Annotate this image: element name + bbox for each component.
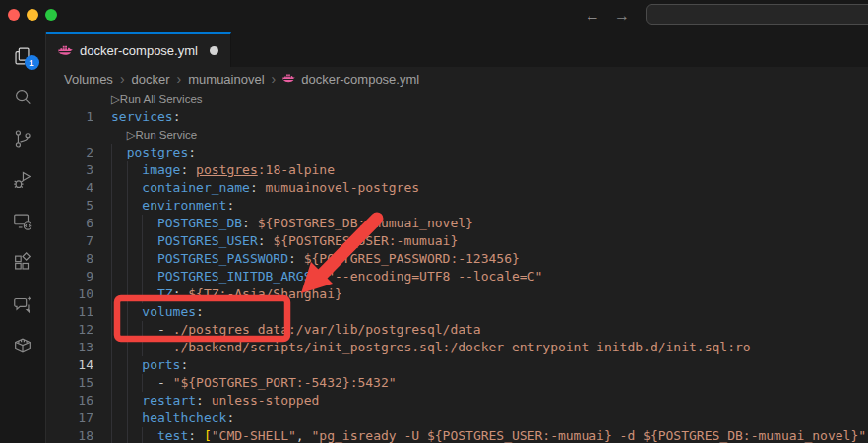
indent-guide xyxy=(111,197,112,215)
code-line-content[interactable]: image: postgres:18-alpine xyxy=(111,161,335,179)
indent-guide xyxy=(142,285,143,303)
breadcrumb-item-file[interactable]: docker-compose.yml xyxy=(282,72,419,87)
indent-guide xyxy=(127,303,128,321)
forward-arrow-icon[interactable]: → xyxy=(614,4,630,28)
indent-guide xyxy=(142,321,143,339)
code-line-content[interactable]: environment: xyxy=(111,197,234,215)
postgres-image-link[interactable]: postgres xyxy=(196,162,258,177)
code-token: ./postgres_data:/var/lib/postgresql/data xyxy=(173,322,481,337)
code-line-content[interactable]: - "${POSTGRES_PORT:-5432}:5432" xyxy=(111,374,397,392)
breadcrumb-separator: › xyxy=(120,71,125,87)
indent-guide xyxy=(127,374,128,392)
code-line-content[interactable]: - ./postgres_data:/var/lib/postgresql/da… xyxy=(111,321,481,339)
code-token: : xyxy=(312,269,328,284)
code-line-content[interactable]: TZ: ${TZ:-Asia/Shanghai} xyxy=(111,285,342,303)
editor-row: 14 ports: xyxy=(46,356,868,374)
code-line-content[interactable]: healthcheck: xyxy=(111,410,234,427)
explorer-badge: 1 xyxy=(25,55,39,70)
code-token: : xyxy=(196,304,204,319)
code-token: : xyxy=(188,428,204,443)
code-line-content[interactable]: ports: xyxy=(111,356,188,374)
indent-guide xyxy=(142,339,143,356)
editor-row: 4 container_name: mumuainovel-postgres xyxy=(46,179,868,197)
code-line-content[interactable]: POSTGRES_USER: ${POSTGRES_USER:-mumuai} xyxy=(111,232,458,250)
code-token: mumuainovel-postgres xyxy=(266,180,420,195)
code-line-content[interactable]: postgres: xyxy=(111,144,196,161)
indent-guide xyxy=(127,356,128,374)
docker-whale-icon xyxy=(58,45,73,57)
sidebar-item-extensions[interactable] xyxy=(0,242,46,284)
tab-docker-compose[interactable]: docker-compose.yml xyxy=(46,32,231,67)
indent-guide xyxy=(127,215,128,232)
indent-guide xyxy=(111,268,112,285)
code-line-content[interactable]: POSTGRES_DB: ${POSTGRES_DB:-mumuai_novel… xyxy=(111,215,473,232)
editor[interactable]: ▷Run All Services1services:▷Run Service2… xyxy=(46,91,868,443)
activity-bar: 1 xyxy=(0,32,46,443)
code-token: restart xyxy=(142,393,196,408)
title-bar: ← → xyxy=(0,0,868,32)
breadcrumb-file-label: docker-compose.yml xyxy=(301,72,419,87)
sidebar-item-chat[interactable] xyxy=(0,284,46,325)
codelens-action[interactable]: ▷Run All Services xyxy=(111,91,203,108)
code-token: environment xyxy=(142,198,226,213)
tab-label: docker-compose.yml xyxy=(80,43,198,58)
indent-guide xyxy=(127,339,128,356)
editor-row: 15 - "${POSTGRES_PORT:-5432}:5432" xyxy=(46,374,868,392)
code-line-content[interactable]: test: ["CMD-SHELL", "pg_isready -U ${POS… xyxy=(111,427,868,443)
indent-guide xyxy=(127,197,128,215)
code-line-content[interactable]: restart: unless-stopped xyxy=(111,392,319,410)
code-line-content[interactable]: - ./backend/scripts/init_postgres.sql:/d… xyxy=(111,339,751,356)
code-token: services xyxy=(111,109,173,124)
sidebar-item-source-control[interactable] xyxy=(0,118,46,159)
indent-guide xyxy=(111,356,112,374)
indent-guide xyxy=(111,232,112,250)
modified-indicator-dot[interactable] xyxy=(210,46,218,55)
indent-guide xyxy=(142,215,143,232)
code-line-content[interactable]: POSTGRES_INITDB_ARGS: "--encoding=UTF8 -… xyxy=(111,268,542,285)
breadcrumb-item-mumuainovel[interactable]: mumuainovel xyxy=(188,72,264,87)
sidebar-item-run-and-debug[interactable] xyxy=(0,159,46,201)
indent-guide xyxy=(111,339,112,356)
sidebar-item-remote-explorer[interactable] xyxy=(0,201,46,242)
line-number: 8 xyxy=(46,250,93,268)
code-token: ${POSTGRES_PASSWORD:-123456} xyxy=(304,251,520,266)
line-number: 6 xyxy=(46,215,93,232)
sidebar-item-search[interactable] xyxy=(0,77,46,118)
search-icon xyxy=(12,87,33,108)
sidebar-item-containers[interactable] xyxy=(0,325,46,366)
indent-guide xyxy=(111,410,112,427)
code-line-content[interactable]: container_name: mumuainovel-postgres xyxy=(111,179,419,197)
code-token: healthcheck xyxy=(142,411,226,425)
code-token: unless-stopped xyxy=(212,393,320,408)
chat-sparkle-icon xyxy=(12,293,33,315)
editor-row: 6 POSTGRES_DB: ${POSTGRES_DB:-mumuai_nov… xyxy=(46,215,868,232)
back-arrow-icon[interactable]: ← xyxy=(585,4,600,28)
breadcrumb-item-volumes[interactable]: Volumes xyxy=(64,72,113,87)
zoom-window-button[interactable] xyxy=(45,9,57,21)
code-token: POSTGRES_INITDB_ARGS xyxy=(157,269,312,284)
code-line-content[interactable]: volumes: xyxy=(111,303,204,321)
source-control-branch-icon xyxy=(12,128,33,150)
minimize-window-button[interactable] xyxy=(27,9,38,21)
editor-group: docker-compose.yml Volumes › docker › mu… xyxy=(46,32,868,443)
code-token: "--encoding=UTF8 --locale=C" xyxy=(327,269,542,284)
code-token: - xyxy=(157,322,173,337)
indent-guide xyxy=(127,232,128,250)
breadcrumb-item-docker[interactable]: docker xyxy=(132,72,170,87)
container-box-icon xyxy=(12,335,33,356)
code-token: ./backend/scripts/init_postgres.sql:/doc… xyxy=(173,340,751,354)
close-window-button[interactable] xyxy=(8,9,20,21)
line-number: 18 xyxy=(46,427,93,443)
code-line-content[interactable]: POSTGRES_PASSWORD: ${POSTGRES_PASSWORD:-… xyxy=(111,250,520,268)
line-number: 13 xyxy=(46,339,93,356)
command-center-search[interactable] xyxy=(646,4,868,25)
history-nav: ← → xyxy=(585,4,630,28)
indent-guide xyxy=(111,179,112,197)
line-number: 12 xyxy=(46,321,93,339)
indent-guide xyxy=(127,268,128,285)
codelens-action[interactable]: ▷Run Service xyxy=(127,126,197,144)
indent-guide xyxy=(111,392,112,410)
code-line-content[interactable]: services: xyxy=(111,108,180,126)
indent-guide xyxy=(111,161,112,179)
sidebar-item-explorer[interactable]: 1 xyxy=(0,35,46,77)
